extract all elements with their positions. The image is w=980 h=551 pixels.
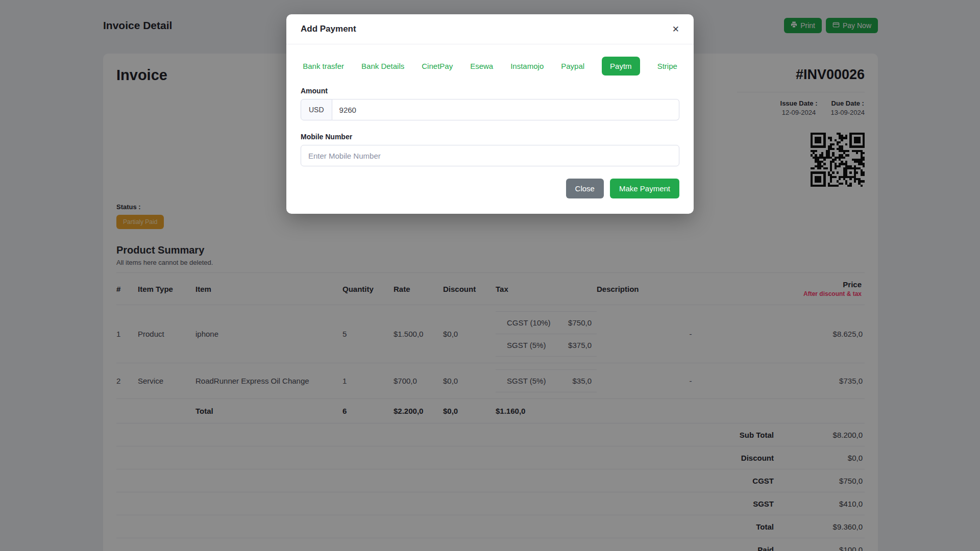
tab-bank-details[interactable]: Bank Details	[361, 62, 404, 70]
tab-esewa[interactable]: Esewa	[470, 62, 493, 70]
close-button[interactable]: Close	[566, 179, 604, 198]
modal-body: Bank trasfer Bank Details CinetPay Esewa…	[286, 44, 694, 166]
tab-bank-trasfer[interactable]: Bank trasfer	[303, 62, 344, 70]
modal-header: Add Payment ✕	[286, 14, 694, 44]
make-payment-button[interactable]: Make Payment	[610, 179, 679, 198]
currency-prefix: USD	[301, 99, 332, 120]
amount-label: Amount	[301, 87, 679, 95]
amount-input[interactable]	[332, 99, 679, 120]
modal-footer: Close Make Payment	[286, 166, 694, 214]
mobile-number-input[interactable]	[301, 145, 679, 166]
tab-cinetpay[interactable]: CinetPay	[422, 62, 453, 70]
mobile-number-label: Mobile Number	[301, 133, 679, 141]
tab-stripe[interactable]: Stripe	[657, 62, 677, 70]
amount-input-group: USD	[301, 99, 679, 120]
modal-close-icon[interactable]: ✕	[672, 25, 679, 34]
add-payment-modal: Add Payment ✕ Bank trasfer Bank Details …	[286, 14, 694, 214]
tab-instamojo[interactable]: Instamojo	[510, 62, 544, 70]
modal-title: Add Payment	[301, 24, 356, 34]
tab-paypal[interactable]: Paypal	[561, 62, 584, 70]
payment-method-tabs: Bank trasfer Bank Details CinetPay Esewa…	[301, 57, 679, 76]
tab-paytm[interactable]: Paytm	[602, 57, 640, 76]
